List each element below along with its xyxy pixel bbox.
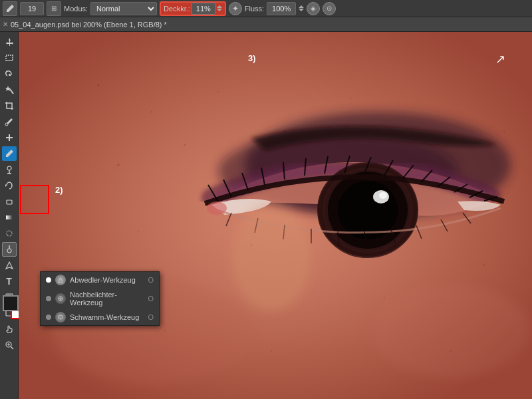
svg-point-14 <box>97 84 100 86</box>
eyedropper-btn[interactable] <box>2 114 17 129</box>
pressure-icon[interactable]: ◈ <box>307 2 320 15</box>
menu-key-schwamm: O <box>148 313 154 321</box>
brush-btn[interactable] <box>2 146 17 161</box>
canvas-area: ↗ 2) Abwedler-Werkzeug O <box>19 32 532 399</box>
svg-line-10 <box>11 346 13 349</box>
tool-size-input[interactable]: 19 <box>20 2 44 15</box>
svg-point-16 <box>217 91 219 92</box>
svg-point-15 <box>151 111 153 113</box>
svg-point-30 <box>503 131 505 133</box>
svg-point-38 <box>379 192 387 199</box>
canvas-image <box>19 32 532 399</box>
annotation-3: 3) <box>248 53 256 63</box>
main-area: T <box>0 32 532 399</box>
nachbelichter-icon <box>55 293 66 304</box>
menu-dot-schwamm <box>46 315 51 320</box>
svg-point-3 <box>7 166 11 170</box>
svg-point-65 <box>207 201 227 215</box>
blur-btn[interactable] <box>2 226 17 241</box>
top-toolbar: 19 ⊞ Modus: Normal Deckkr.: 11% ✦ Fluss:… <box>0 0 532 17</box>
svg-point-70 <box>58 315 63 319</box>
type-btn[interactable]: T <box>2 274 17 289</box>
svg-point-6 <box>7 231 12 236</box>
menu-label-schwamm: Schwamm-Werkzeug <box>70 313 139 321</box>
menu-item-abwedler[interactable]: Abwedler-Werkzeug O <box>41 272 159 288</box>
deckkr-section: Deckkr.: 11% <box>160 1 226 16</box>
tab-bar: ✕ 05_04_augen.psd bei 200% (Ebene 1, RGB… <box>0 17 532 32</box>
svg-point-25 <box>384 297 385 299</box>
fluss-arrows[interactable] <box>299 5 304 11</box>
annotation-2: 2) <box>55 185 63 195</box>
svg-rect-0 <box>6 55 13 61</box>
svg-point-28 <box>271 350 272 352</box>
zoom-btn[interactable] <box>2 338 17 352</box>
left-tool-panel: T <box>0 32 19 399</box>
foreground-color[interactable] <box>3 295 19 311</box>
hand-btn[interactable] <box>2 322 17 336</box>
clone-stamp-btn[interactable] <box>2 162 17 177</box>
heal-btn[interactable] <box>2 130 17 145</box>
abwedler-icon <box>55 275 66 285</box>
svg-line-1 <box>10 89 13 94</box>
tool-context-menu: Abwedler-Werkzeug O Nachbelicht​er-Werkz… <box>40 271 160 326</box>
svg-point-24 <box>483 264 485 266</box>
deckkr-arrows[interactable] <box>217 5 222 11</box>
svg-point-68 <box>371 285 531 378</box>
marquee-rect-btn[interactable] <box>2 51 17 65</box>
svg-point-66 <box>231 205 311 311</box>
menu-label-abwedler: Abwedler-Werkzeug <box>70 276 136 284</box>
fluss-label: Fluss: <box>245 5 264 13</box>
menu-item-schwamm[interactable]: Schwamm-Werkzeug O <box>41 309 159 325</box>
tab-close-btn[interactable]: ✕ <box>3 21 8 28</box>
svg-point-2 <box>5 123 8 126</box>
svg-point-17 <box>117 164 120 166</box>
history-brush-btn[interactable] <box>2 178 17 193</box>
gradient-btn[interactable] <box>2 210 17 225</box>
svg-rect-4 <box>7 200 12 204</box>
menu-dot-abwedler <box>46 277 51 283</box>
modus-label: Modus: <box>64 5 88 13</box>
deckkr-input[interactable]: 11% <box>192 3 215 15</box>
svg-rect-5 <box>6 215 13 219</box>
svg-point-20 <box>138 231 139 232</box>
move-tool-btn[interactable] <box>2 35 17 49</box>
lasso-btn[interactable] <box>2 66 17 81</box>
smoothing-icon[interactable]: ⊙ <box>323 2 336 15</box>
menu-label-nachbelichter: Nachbelicht​er-Werkzeug <box>70 291 144 307</box>
svg-point-22 <box>350 98 352 99</box>
deckkr-label: Deckkr.: <box>164 5 190 13</box>
svg-point-7 <box>7 249 11 253</box>
pen-btn[interactable] <box>2 258 17 273</box>
eraser-btn[interactable] <box>2 194 17 209</box>
airbrush-icon[interactable]: ✦ <box>229 2 242 15</box>
magic-wand-btn[interactable] <box>2 82 17 97</box>
dodge-burn-btn[interactable] <box>2 242 17 257</box>
mouse-cursor: ↗ <box>495 52 505 66</box>
color-swatch-highlight-box <box>20 185 49 214</box>
menu-key-abwedler: O <box>148 276 154 284</box>
schwamm-icon <box>55 312 66 323</box>
menu-dot-nachbelichter <box>46 296 51 301</box>
menu-item-nachbelichter[interactable]: Nachbelicht​er-Werkzeug O <box>41 288 159 309</box>
modus-dropdown[interactable]: Normal <box>90 2 157 15</box>
svg-point-18 <box>184 144 186 146</box>
menu-key-nachbelichter: O <box>148 295 154 303</box>
tab-title: 05_04_augen.psd bei 200% (Ebene 1, RGB/8… <box>11 21 167 29</box>
fluss-input[interactable]: 100% <box>267 2 296 15</box>
checkered-icon[interactable]: ⊞ <box>47 1 61 16</box>
brush-tool-icon[interactable] <box>3 1 17 16</box>
crop-btn[interactable] <box>2 98 17 113</box>
